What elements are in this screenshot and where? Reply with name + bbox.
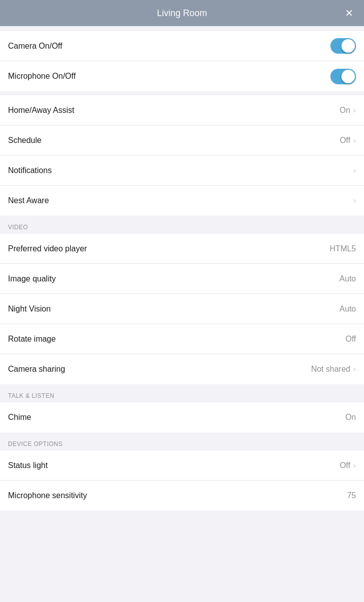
chevron-icon: ›	[353, 365, 356, 374]
camera-toggle-row[interactable]: Camera On/Off	[0, 31, 364, 61]
video-section: Preferred video player HTML5 Image quali…	[0, 234, 364, 384]
status-light-label: Status light	[8, 461, 48, 470]
home-away-assist-row[interactable]: Home/Away Assist On ›	[0, 95, 364, 125]
schedule-value: Off	[340, 136, 350, 145]
notifications-row[interactable]: Notifications ›	[0, 156, 364, 186]
image-quality-row[interactable]: Image quality Auto	[0, 264, 364, 294]
schedule-row[interactable]: Schedule Off ›	[0, 125, 364, 156]
general-section: Home/Away Assist On › Schedule Off › Not…	[0, 95, 364, 216]
image-quality-label: Image quality	[8, 274, 56, 283]
status-light-value: Off	[340, 461, 350, 470]
close-button[interactable]: ✕	[342, 6, 356, 20]
schedule-right: Off ›	[340, 136, 356, 145]
camera-label: Camera On/Off	[8, 42, 62, 51]
device-options-section-header: DEVICE OPTIONS	[0, 436, 364, 450]
microphone-toggle-row[interactable]: Microphone On/Off	[0, 61, 364, 91]
schedule-label: Schedule	[8, 136, 42, 145]
divider-2	[0, 216, 364, 220]
page-title: Living Room	[157, 8, 207, 19]
home-away-assist-value: On	[339, 106, 350, 115]
microphone-sensitivity-label: Microphone sensitivity	[8, 491, 87, 500]
rotate-image-row[interactable]: Rotate image Off	[0, 324, 364, 354]
image-quality-value: Auto	[339, 274, 356, 283]
notifications-right: ›	[353, 166, 356, 175]
talk-listen-section-header: TALK & LISTEN	[0, 388, 364, 402]
chime-value: On	[345, 413, 356, 422]
rotate-image-right: Off	[345, 335, 356, 344]
microphone-label: Microphone On/Off	[8, 72, 76, 81]
chime-row[interactable]: Chime On	[0, 402, 364, 432]
top-spacer	[0, 26, 364, 31]
microphone-toggle[interactable]	[330, 69, 356, 84]
night-vision-right: Auto	[339, 305, 356, 314]
image-quality-right: Auto	[339, 274, 356, 283]
divider-3	[0, 384, 364, 388]
nest-aware-label: Nest Aware	[8, 196, 49, 205]
chevron-icon: ›	[353, 166, 356, 175]
chevron-icon: ›	[353, 106, 356, 115]
device-options-section: Status light Off › Microphone sensitivit…	[0, 450, 364, 511]
nest-aware-row[interactable]: Nest Aware ›	[0, 186, 364, 216]
rotate-image-label: Rotate image	[8, 335, 56, 344]
chime-label: Chime	[8, 413, 31, 422]
status-light-row[interactable]: Status light Off ›	[0, 450, 364, 481]
nest-aware-right: ›	[353, 196, 356, 205]
night-vision-value: Auto	[339, 305, 356, 314]
microphone-sensitivity-value: 75	[347, 491, 356, 500]
night-vision-row[interactable]: Night Vision Auto	[0, 294, 364, 324]
divider-1	[0, 91, 364, 95]
camera-sharing-label: Camera sharing	[8, 365, 65, 374]
night-vision-label: Night Vision	[8, 305, 51, 314]
header: Living Room ✕	[0, 0, 364, 26]
camera-sharing-row[interactable]: Camera sharing Not shared ›	[0, 354, 364, 384]
notifications-label: Notifications	[8, 166, 52, 175]
home-away-assist-label: Home/Away Assist	[8, 106, 74, 115]
status-light-right: Off ›	[340, 461, 356, 470]
video-section-header: VIDEO	[0, 220, 364, 234]
divider-4	[0, 432, 364, 436]
preferred-video-player-row[interactable]: Preferred video player HTML5	[0, 234, 364, 264]
camera-toggle[interactable]	[330, 38, 356, 54]
chevron-icon: ›	[353, 136, 356, 145]
chime-right: On	[345, 413, 356, 422]
home-away-assist-right: On ›	[339, 106, 356, 115]
chevron-icon: ›	[353, 196, 356, 205]
camera-sharing-value: Not shared	[311, 365, 350, 374]
preferred-video-player-value: HTML5	[330, 244, 356, 253]
rotate-image-value: Off	[345, 335, 356, 344]
chevron-icon: ›	[353, 461, 356, 470]
preferred-video-player-label: Preferred video player	[8, 244, 87, 253]
microphone-sensitivity-row[interactable]: Microphone sensitivity 75	[0, 481, 364, 511]
microphone-sensitivity-right: 75	[347, 491, 356, 500]
camera-sharing-right: Not shared ›	[311, 365, 356, 374]
preferred-video-player-right: HTML5	[330, 244, 356, 253]
talk-listen-section: Chime On	[0, 402, 364, 432]
